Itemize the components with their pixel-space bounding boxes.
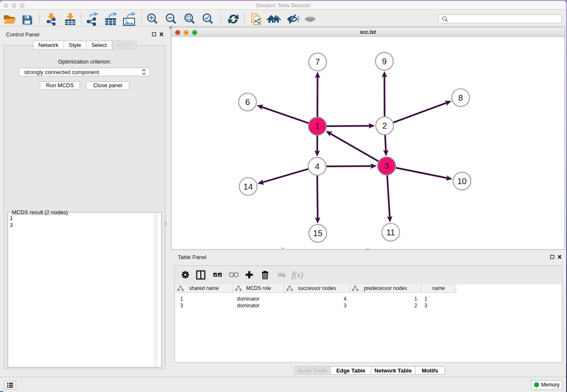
- svg-text:7: 7: [315, 57, 320, 66]
- svg-text:15: 15: [313, 229, 322, 238]
- svg-text:6: 6: [245, 97, 250, 107]
- svg-text:1: 1: [315, 121, 319, 131]
- svg-text:2: 2: [382, 121, 387, 130]
- svg-text:10: 10: [457, 177, 467, 186]
- svg-text:14: 14: [243, 182, 253, 191]
- svg-text:f(x): f(x): [292, 270, 303, 280]
- svg-text:3: 3: [384, 161, 389, 171]
- svg-text:4: 4: [315, 162, 319, 171]
- svg-text:9: 9: [382, 57, 387, 66]
- svg-text:11: 11: [386, 228, 395, 237]
- svg-text:8: 8: [458, 93, 463, 102]
